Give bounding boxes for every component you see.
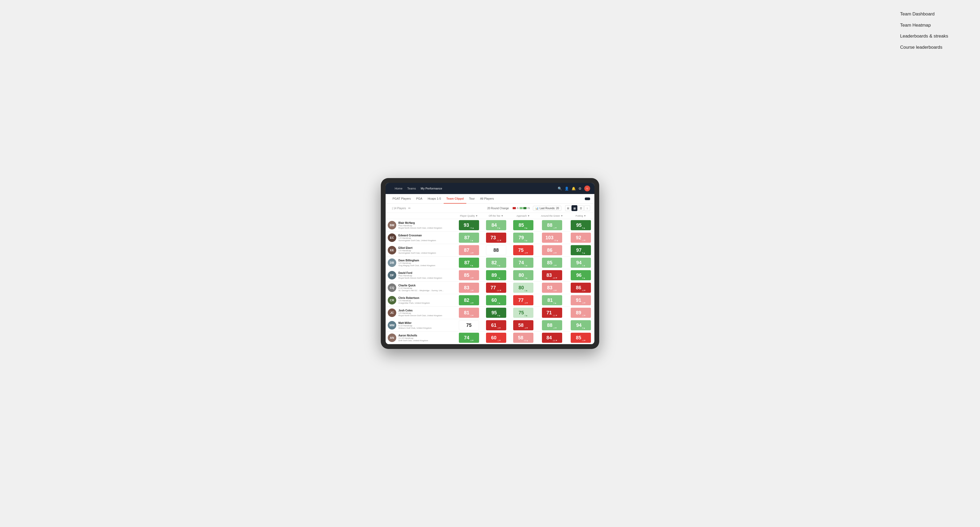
score-cell-3: 88 -2▼	[536, 319, 567, 332]
score-value: 81	[464, 310, 469, 316]
legend-green-light	[520, 207, 523, 209]
nav-link-home[interactable]: Home	[394, 186, 403, 191]
col-player-quality[interactable]: Player Quality ▼	[455, 213, 482, 219]
score-cell-4: 92 -3▼	[567, 232, 594, 244]
score-change: 2▲	[524, 314, 528, 317]
col-putting[interactable]: Putting ▼	[567, 213, 594, 219]
player-name: Blair McHarg	[398, 221, 442, 224]
score-cell-3: 103 15▲	[536, 232, 567, 244]
user-icon[interactable]: 👤	[565, 187, 569, 190]
score-change: -4▼	[582, 339, 586, 342]
score-change: -1▼	[553, 227, 557, 229]
table-row: EE Elliot Ebert 1-5 Handicap Sunningdale…	[386, 244, 594, 257]
player-cell[interactable]: BM Blair McHarg Plus Handicap Royal Nort…	[386, 219, 455, 231]
search-icon[interactable]: 🔍	[558, 187, 562, 190]
score-change: 3▲	[524, 277, 528, 279]
player-info: Elliot Ebert 1-5 Handicap Sunningdale Go…	[398, 246, 436, 254]
avatar: CR	[388, 296, 396, 305]
avatar: BM	[388, 221, 396, 229]
score-value: 85	[464, 273, 469, 278]
sub-nav-pgat[interactable]: PGAT Players	[390, 194, 414, 204]
score-value: 75	[518, 248, 523, 253]
table-body: BM Blair McHarg Plus Handicap Royal Nort…	[386, 219, 594, 344]
player-info: Aaron Nicholls 11-15 Handicap Drift Golf…	[398, 334, 428, 342]
score-value: 91	[576, 298, 581, 303]
score-value: 84	[546, 335, 552, 341]
player-club: Royal North Devon Golf Club, United King…	[398, 314, 442, 317]
score-box: 87 -3▼	[459, 245, 479, 255]
score-box: 103 15▲	[542, 233, 562, 243]
score-value: 88	[547, 222, 552, 228]
annotation-menu-item-3: Leaderboards & streaks	[900, 33, 975, 40]
team-header: | 14 Players ✏ 20 Round Change -5 +5 📊 L…	[386, 204, 594, 213]
score-box: 84 6▲	[486, 220, 506, 230]
add-team-button[interactable]	[585, 197, 590, 200]
score-cell-0: 74 -8▼	[455, 332, 482, 344]
table-row: DB Dave Billingham 1-5 Handicap Gog Mago…	[386, 257, 594, 269]
sub-nav-allplayers[interactable]: All Players	[477, 194, 497, 204]
score-box: 58 -4▼	[513, 320, 533, 330]
score-box: 75 -3▼	[513, 245, 533, 255]
sub-nav-hcaps[interactable]: Hcaps 1-5	[425, 194, 444, 204]
player-info: Blair McHarg Plus Handicap Royal North D…	[398, 221, 442, 229]
bell-icon[interactable]: 🔔	[571, 187, 576, 190]
score-cell-2: 58 10▲	[510, 332, 537, 344]
score-box: 86 -8▼	[571, 283, 591, 293]
score-value: 96	[576, 273, 582, 278]
player-cell[interactable]: EE Elliot Ebert 1-5 Handicap Sunningdale…	[386, 244, 455, 256]
sub-nav-pga[interactable]: PGA	[414, 194, 425, 204]
score-value: 75	[519, 310, 524, 316]
score-box: 87 4▲	[459, 258, 479, 268]
score-cell-0: 83 -3▼	[455, 282, 482, 294]
score-change: -3▼	[582, 239, 586, 242]
sub-nav-tour[interactable]: Tour	[466, 194, 477, 204]
table-row: AN Aaron Nicholls 11-15 Handicap Drift G…	[386, 332, 594, 344]
score-value: 86	[547, 248, 552, 253]
score-value: 89	[492, 273, 497, 278]
nav-link-teams[interactable]: Teams	[407, 186, 416, 191]
score-value: 60	[492, 298, 497, 303]
sort-icon[interactable]: ↕	[584, 205, 590, 211]
last-rounds-button[interactable]: 📊 Last Rounds: 20	[533, 206, 562, 211]
player-cell[interactable]: AN Aaron Nicholls 11-15 Handicap Drift G…	[386, 332, 455, 344]
player-handicap: 1-5 Handicap	[398, 300, 430, 302]
score-cell-3: 83 -6▼	[536, 282, 567, 294]
score-value: 80	[519, 285, 524, 290]
sub-nav: PGAT Players PGA Hcaps 1-5 Team Clippd T…	[386, 194, 594, 204]
score-change: 4▲	[498, 264, 501, 267]
score-box: 74 1▲	[513, 258, 533, 268]
nav-icons: 🔍 👤 🔔 ⚙ U	[558, 186, 590, 191]
edit-icon[interactable]: ✏	[408, 206, 410, 210]
avatar: CQ	[388, 284, 396, 292]
player-cell[interactable]: JC Josh Coles 1-5 Handicap Royal North D…	[386, 307, 455, 319]
score-cell-3: 84 -21▼	[536, 332, 567, 344]
score-cell-2: 79 9▲	[510, 232, 537, 244]
nav-link-myperformance[interactable]: My Performance	[420, 186, 443, 191]
col-off-tee[interactable]: Off the Tee ▼	[482, 213, 510, 219]
legend-plus: +5	[527, 207, 530, 210]
score-box: 81 4▲	[542, 295, 562, 305]
player-cell[interactable]: CR Chris Robertson 1-5 Handicap Craigmil…	[386, 294, 455, 306]
score-change: 8▲	[498, 314, 501, 317]
player-cell[interactable]: MM Matt Miller 6-10 Handicap Woburn Golf…	[386, 319, 455, 331]
avatar-icon[interactable]: U	[584, 186, 590, 191]
player-cell[interactable]: EC Edward Crossman 1-5 Handicap Sunningd…	[386, 232, 455, 243]
list-view-icon[interactable]: ☰	[578, 205, 584, 211]
score-box: 80 3▲	[513, 270, 533, 280]
sub-nav-teamclippd[interactable]: Team Clippd	[444, 194, 466, 204]
col-approach[interactable]: Approach ▼	[510, 213, 537, 219]
score-change: 10▲	[524, 339, 528, 342]
player-cell[interactable]: DB Dave Billingham 1-5 Handicap Gog Mago…	[386, 257, 455, 268]
avatar: DF	[388, 271, 396, 279]
player-cell[interactable]: DF David Ford Plus Handicap Royal North …	[386, 269, 455, 281]
col-around-green[interactable]: Around the Green ▼	[536, 213, 567, 219]
settings-icon[interactable]: ⚙	[578, 187, 582, 190]
grid-view-icon[interactable]: ⊞	[565, 205, 571, 211]
score-value: 58	[518, 335, 523, 341]
score-value: 82	[492, 260, 497, 266]
player-cell[interactable]: CQ Charlie Quick 6-10 Handicap St. Georg…	[386, 282, 455, 294]
score-value: 80	[519, 273, 524, 278]
score-change: -3▼	[582, 302, 586, 304]
heatmap-view-icon[interactable]: ▦	[571, 205, 578, 211]
player-name: Edward Crossman	[398, 234, 436, 237]
